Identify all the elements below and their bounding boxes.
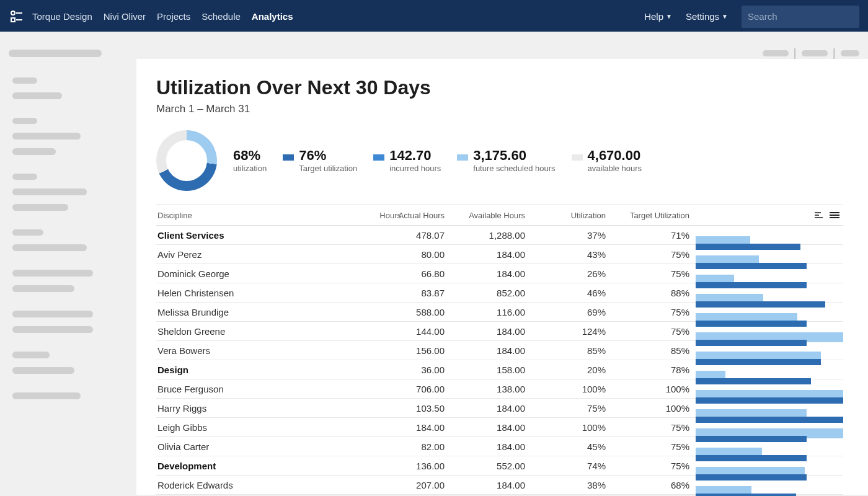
skeleton-bar bbox=[12, 133, 81, 140]
skeleton-bar bbox=[12, 244, 87, 251]
nav-torque-design[interactable]: Torque Design bbox=[32, 11, 92, 22]
skeleton-bar bbox=[12, 78, 37, 84]
cell-utilization: 69% bbox=[531, 307, 612, 317]
cell-name: Client Services bbox=[156, 230, 370, 241]
cell-actual: 82.00 bbox=[370, 441, 451, 452]
cell-target: 75% bbox=[612, 268, 696, 279]
table-row[interactable]: Client Services478.071,288.0037%71% bbox=[156, 226, 843, 245]
utilization-table: Discipline Hours Actual Hours Available … bbox=[156, 205, 843, 495]
app-logo-icon[interactable] bbox=[9, 9, 24, 24]
cell-target: 75% bbox=[612, 326, 696, 337]
swatch-icon bbox=[457, 154, 468, 161]
cell-actual: 136.00 bbox=[370, 461, 451, 471]
skeleton-bar bbox=[12, 92, 62, 99]
col-utilization[interactable]: Utilization bbox=[531, 211, 612, 220]
svg-rect-4 bbox=[815, 212, 821, 213]
cell-actual: 144.00 bbox=[370, 326, 451, 337]
metric-available: 4,670.00 available hours bbox=[572, 148, 642, 172]
nav-nivi-oliver[interactable]: Nivi Oliver bbox=[104, 11, 146, 22]
skeleton-bar bbox=[12, 270, 93, 277]
cell-utilization: 37% bbox=[531, 230, 612, 241]
cell-name: Olivia Carter bbox=[156, 441, 370, 452]
cell-target: 78% bbox=[612, 365, 696, 375]
search-box[interactable] bbox=[742, 6, 859, 28]
cell-name: Development bbox=[156, 461, 370, 471]
cell-available: 116.00 bbox=[451, 307, 531, 317]
skeleton-bar bbox=[12, 326, 93, 333]
metric-value: 3,175.60 bbox=[473, 148, 555, 163]
cell-available: 184.00 bbox=[451, 422, 531, 433]
cell-name: Dominick George bbox=[156, 268, 370, 279]
skeleton-bar bbox=[763, 50, 789, 56]
cell-utilization: 100% bbox=[531, 384, 612, 394]
skeleton-bar bbox=[12, 118, 37, 124]
cell-target: 100% bbox=[612, 403, 696, 414]
chevron-down-icon: ▼ bbox=[666, 13, 672, 20]
skeleton-bar bbox=[12, 148, 56, 155]
cell-available: 184.00 bbox=[451, 441, 531, 452]
skeleton-bar bbox=[841, 50, 859, 56]
metric-label: Target utilization bbox=[299, 164, 357, 173]
cell-actual: 706.00 bbox=[370, 384, 451, 394]
nav-projects[interactable]: Projects bbox=[157, 11, 190, 22]
col-discipline[interactable]: Discipline bbox=[157, 211, 192, 220]
cell-actual: 103.50 bbox=[370, 403, 451, 414]
cell-utilization: 100% bbox=[531, 422, 612, 433]
col-available-hours[interactable]: Available Hours bbox=[451, 211, 531, 220]
skeleton-bar bbox=[802, 50, 828, 56]
cell-name: Roderick Edwards bbox=[156, 480, 370, 490]
cell-utilization: 124% bbox=[531, 326, 612, 337]
settings-label: Settings bbox=[686, 11, 719, 22]
page-subtitle: March 1 – March 31 bbox=[156, 103, 843, 115]
main-content: Utilization Over Next 30 Days March 1 – … bbox=[136, 59, 868, 495]
help-label: Help bbox=[644, 11, 663, 22]
cell-utilization: 43% bbox=[531, 249, 612, 260]
cell-name: Design bbox=[156, 365, 370, 375]
cell-available: 184.00 bbox=[451, 268, 531, 279]
cell-actual: 36.00 bbox=[370, 365, 451, 375]
cell-available: 1,288.00 bbox=[451, 230, 531, 241]
cell-target: 75% bbox=[612, 249, 696, 260]
top-nav: Torque Design Nivi Oliver Projects Sched… bbox=[0, 1, 868, 32]
cell-actual: 207.00 bbox=[370, 480, 451, 490]
skeleton-bar bbox=[12, 285, 74, 292]
cell-actual: 478.07 bbox=[370, 230, 451, 241]
cell-utilization: 26% bbox=[531, 268, 612, 279]
cell-available: 184.00 bbox=[451, 345, 531, 356]
search-input[interactable] bbox=[748, 11, 853, 22]
cell-available: 184.00 bbox=[451, 326, 531, 337]
col-target-utilization[interactable]: Target Utilization bbox=[612, 211, 696, 220]
cell-target: 88% bbox=[612, 288, 696, 298]
view-bars-icon[interactable] bbox=[815, 211, 825, 219]
cell-name: Leigh Gibbs bbox=[156, 422, 370, 433]
cell-actual: 588.00 bbox=[370, 307, 451, 317]
cell-target: 71% bbox=[612, 230, 696, 241]
cell-available: 552.00 bbox=[451, 461, 531, 471]
nav-schedule[interactable]: Schedule bbox=[202, 11, 241, 22]
cell-name: Bruce Ferguson bbox=[156, 384, 370, 394]
cell-target: 75% bbox=[612, 307, 696, 317]
metric-label: utilization bbox=[233, 164, 267, 173]
metric-target: 76% Target utilization bbox=[283, 148, 357, 172]
cell-target: 75% bbox=[612, 422, 696, 433]
utilization-donut-chart bbox=[156, 130, 217, 191]
page-title: Utilization Over Next 30 Days bbox=[156, 76, 843, 99]
cell-utilization: 75% bbox=[531, 403, 612, 414]
nav-analytics[interactable]: Analytics bbox=[252, 11, 293, 22]
cell-utilization: 45% bbox=[531, 441, 612, 452]
svg-rect-5 bbox=[815, 215, 819, 216]
skeleton-bar bbox=[12, 204, 68, 211]
view-list-icon[interactable] bbox=[830, 211, 839, 219]
help-dropdown[interactable]: Help▼ bbox=[644, 11, 672, 22]
metric-value: 4,670.00 bbox=[588, 148, 642, 163]
skeleton-bar bbox=[12, 229, 43, 236]
settings-dropdown[interactable]: Settings▼ bbox=[686, 11, 728, 22]
metric-label: incurred hours bbox=[389, 164, 441, 173]
cell-target: 75% bbox=[612, 461, 696, 471]
skeleton-bar bbox=[12, 311, 93, 317]
metric-value: 68% bbox=[233, 148, 267, 163]
skeleton-bar bbox=[12, 392, 81, 399]
cell-target: 100% bbox=[612, 384, 696, 394]
skeleton-bar bbox=[12, 174, 37, 180]
skeleton-bar bbox=[12, 352, 50, 358]
